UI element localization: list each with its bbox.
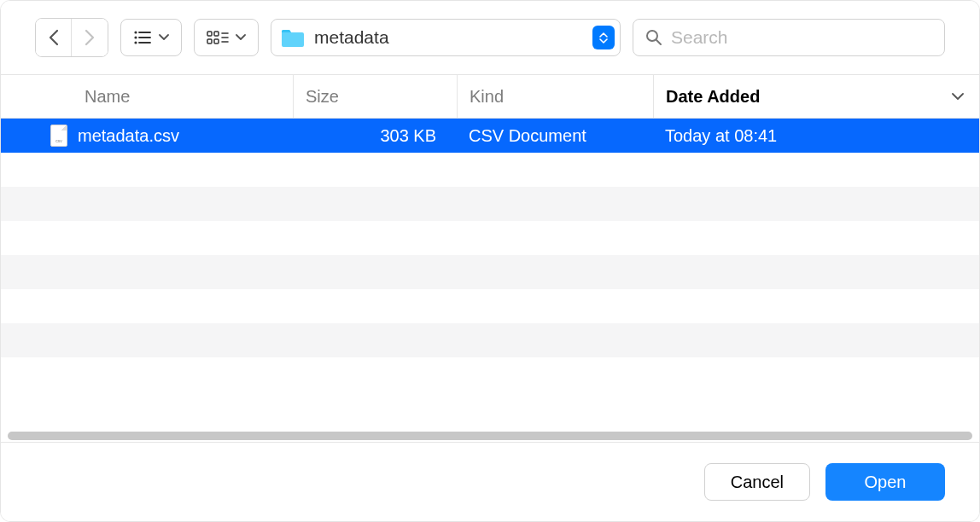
file-row[interactable]: csv metadata.csv 303 KB CSV Document Tod…	[1, 119, 979, 153]
empty-row	[1, 289, 979, 323]
back-button[interactable]	[36, 19, 72, 56]
column-header-kind[interactable]: Kind	[457, 75, 653, 118]
horizontal-scrollbar[interactable]	[1, 430, 979, 442]
file-date-cell: Today at 08:41	[653, 119, 979, 153]
empty-row	[1, 221, 979, 255]
file-kind-cell: CSV Document	[457, 119, 653, 153]
search-input[interactable]	[671, 27, 932, 48]
column-header-name[interactable]: Name	[1, 75, 293, 118]
path-dropdown-icon	[592, 26, 615, 49]
chevron-right-icon	[84, 29, 96, 46]
search-bar[interactable]	[633, 19, 945, 56]
empty-row	[1, 323, 979, 357]
svg-point-2	[134, 36, 137, 38]
empty-row	[1, 187, 979, 221]
list-view-icon	[133, 30, 152, 45]
scrollbar-thumb[interactable]	[8, 432, 972, 440]
empty-row	[1, 153, 979, 187]
svg-line-14	[656, 40, 661, 44]
chevron-down-icon	[159, 34, 169, 41]
toolbar: metadata	[1, 1, 979, 74]
forward-button[interactable]	[72, 19, 108, 56]
file-size-cell: 303 KB	[293, 119, 457, 153]
chevron-down-icon	[952, 93, 964, 101]
column-header-date-label: Date Added	[666, 87, 760, 107]
group-icon	[207, 30, 229, 45]
file-name: metadata.csv	[78, 126, 179, 146]
svg-point-0	[134, 31, 137, 33]
column-header-row: Name Size Kind Date Added	[1, 74, 979, 119]
file-list: csv metadata.csv 303 KB CSV Document Tod…	[1, 119, 979, 430]
nav-group	[35, 18, 108, 57]
empty-row	[1, 255, 979, 289]
path-selector[interactable]: metadata	[271, 19, 621, 56]
path-label: metadata	[314, 27, 584, 48]
svg-point-4	[134, 41, 137, 44]
cancel-button[interactable]: Cancel	[704, 463, 810, 501]
view-mode-list-button[interactable]	[120, 19, 182, 56]
svg-rect-8	[207, 39, 212, 44]
csv-file-icon: csv	[50, 125, 67, 147]
svg-rect-7	[214, 32, 219, 36]
dialog-footer: Cancel Open	[1, 442, 979, 521]
chevron-left-icon	[48, 29, 60, 46]
chevron-down-icon	[236, 34, 246, 41]
group-by-button[interactable]	[194, 19, 259, 56]
column-header-date-added[interactable]: Date Added	[653, 75, 979, 118]
file-name-cell: csv metadata.csv	[1, 119, 293, 153]
column-header-size[interactable]: Size	[293, 75, 457, 118]
folder-icon	[280, 26, 306, 49]
open-button[interactable]: Open	[825, 463, 945, 501]
svg-point-13	[647, 31, 657, 41]
search-icon	[645, 29, 662, 46]
svg-rect-6	[207, 32, 212, 36]
svg-rect-9	[214, 39, 219, 44]
